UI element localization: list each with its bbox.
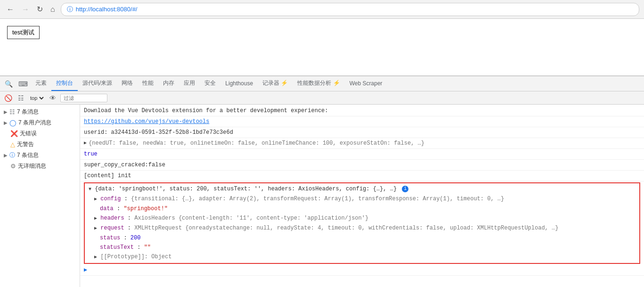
reload-button[interactable]: ↻ (35, 4, 45, 15)
true-text: true (84, 150, 640, 158)
prototype-text: [[Prototype]]: Object (100, 254, 171, 260)
browser-chrome: ← → ↻ ⌂ ⓘ http://localhost:8080/#/ (0, 0, 644, 19)
sidebar-info-label: 7 条信息 (17, 151, 39, 159)
download-text: Download the Vue Devtools extension for … (84, 107, 328, 114)
statustext-value: "" (144, 244, 151, 251)
console-line-object: ▶ {needUT: false, needWa: true, onlineti… (80, 138, 644, 149)
console-line-userid: userid: a324413d-0591-352f-52b8-1bd7e73c… (80, 127, 644, 138)
clear-console-icon[interactable]: 🚫 (3, 93, 14, 103)
test-button[interactable]: test测试 (7, 26, 40, 39)
sidebar-all-label: 7 条消息 (17, 108, 39, 116)
sidebar-warn-label: 无警告 (17, 140, 34, 148)
highlight-request-line: ▶ request : XMLHttpRequest {onreadystate… (87, 223, 637, 233)
inspect-icon[interactable]: 🔍 (2, 77, 16, 90)
headers-key: headers (100, 215, 124, 221)
status-key: status (100, 235, 120, 241)
tab-memory[interactable]: 内存 (158, 76, 179, 91)
highlight-status-line: status : 200 (87, 233, 637, 243)
device-icon[interactable]: ⌨ (16, 77, 31, 90)
highlight-prototype-line: ▶ [[Prototype]]: Object (87, 252, 637, 262)
sidebar-user-label: 7 条用户消息 (18, 119, 51, 127)
expand-arrow-icon: ▶ (4, 109, 8, 115)
tab-scraper[interactable]: Web Scraper (345, 77, 387, 90)
devtools-download-text: Download the Vue Devtools extension for … (84, 107, 640, 115)
tab-elements[interactable]: 元素 (31, 76, 51, 91)
highlight-statustext-line: statusText : "" (87, 243, 637, 252)
tab-perf-insights[interactable]: 性能数据分析 ⚡ (293, 76, 344, 91)
highlight-config-line: ▶ config : {transitional: {…}, adapter: … (87, 194, 637, 204)
filter-icon[interactable]: ☷ (16, 93, 25, 103)
home-button[interactable]: ⌂ (49, 4, 57, 15)
back-button[interactable]: ← (5, 4, 16, 15)
console-line-content-init: [content] init (80, 171, 644, 181)
request-key: request (100, 225, 124, 231)
data-value: "springboot!" (123, 205, 168, 212)
tab-application[interactable]: 应用 (179, 76, 200, 91)
tab-sources[interactable]: 源代码/来源 (78, 76, 117, 91)
config-expand-icon[interactable]: ▶ (94, 197, 97, 202)
tab-console[interactable]: 控制台 (51, 76, 78, 91)
console-line-devtools: Download the Vue Devtools extension for … (80, 106, 644, 116)
request-value: XMLHttpRequest {onreadystatechange: null… (134, 225, 558, 231)
sidebar-item-all[interactable]: ▶ ☷ 7 条消息 (0, 107, 80, 117)
sidebar-item-user[interactable]: ▶ ◯ 7 条用户消息 (0, 117, 80, 128)
sidebar-item-verbose[interactable]: ⚙ 无详细消息 (0, 161, 80, 172)
object-expand-arrow-icon[interactable]: ▶ (84, 139, 87, 148)
highlight-main-line: ▼ {data: 'springboot!', status: 200, sta… (87, 184, 637, 194)
devtools-main: ▶ ☷ 7 条消息 ▶ ◯ 7 条用户消息 ❌ 无错误 △ 无警告 ▶ ⓘ (0, 105, 644, 287)
statustext-key: statusText (100, 244, 134, 251)
status-value: 200 (130, 235, 141, 241)
tab-network[interactable]: 网络 (117, 76, 138, 91)
request-expand-icon[interactable]: ▶ (94, 226, 97, 231)
headers-value: AxiosHeaders {content-length: '11', cont… (134, 215, 368, 221)
devtools-toolbar: 🚫 ☷ top 👁 (0, 91, 644, 105)
console-line-arrow: ▶ (80, 265, 644, 276)
console-line-link: https://github.com/vuejs/vue-devtools (80, 116, 644, 127)
highlight-data-line: data : "springboot!" (87, 204, 637, 213)
devtools-panel: 🔍 ⌨ 元素 控制台 源代码/来源 网络 性能 内存 应用 安全 Lightho… (0, 75, 644, 287)
filter-input[interactable] (60, 94, 107, 102)
list-icon: ☷ (9, 108, 15, 115)
url-text: http://localhost:8080/#/ (76, 6, 138, 13)
userid-text: userid: a324413d-0591-352f-52b8-1bd7e73c… (84, 128, 640, 137)
devtools-link[interactable]: https://github.com/vuejs/vue-devtools (84, 118, 209, 125)
forward-button[interactable]: → (20, 4, 31, 15)
content-init-text: [content] init (84, 172, 640, 180)
expand-arrow-3-icon: ▶ (4, 153, 8, 158)
info-badge: i (402, 186, 408, 192)
status-colon: : (123, 235, 130, 241)
object-text: {needUT: false, needWa: true, onlinetime… (89, 139, 640, 148)
sidebar-verbose-label: 无详细消息 (18, 162, 46, 170)
blue-arrow-icon[interactable]: ▶ (84, 266, 87, 274)
highlight-expand-icon[interactable]: ▼ (89, 187, 91, 192)
context-select[interactable]: top (28, 95, 45, 101)
devtools-console-output: Download the Vue Devtools extension for … (80, 105, 644, 287)
tab-lighthouse[interactable]: Lighthouse (220, 77, 258, 90)
config-key: config (100, 196, 121, 202)
warning-icon: △ (10, 141, 15, 148)
tab-performance[interactable]: 性能 (138, 76, 158, 91)
prototype-expand-icon[interactable]: ▶ (94, 254, 97, 260)
address-bar[interactable]: ⓘ http://localhost:8080/#/ (61, 3, 639, 16)
sidebar-item-errors[interactable]: ❌ 无错误 (0, 128, 80, 139)
gear-icon: ⚙ (10, 163, 16, 170)
request-colon: : (128, 225, 134, 231)
headers-expand-icon[interactable]: ▶ (94, 216, 97, 221)
tab-recorder[interactable]: 记录器 ⚡ (258, 76, 293, 91)
tab-security[interactable]: 安全 (200, 76, 220, 91)
user-icon: ◯ (9, 119, 16, 126)
devtools-link-text: https://github.com/vuejs/vue-devtools (84, 117, 640, 126)
statustext-colon: : (137, 244, 144, 251)
expand-arrow-2-icon: ▶ (4, 120, 8, 125)
sidebar-error-label: 无错误 (20, 130, 37, 138)
data-colon: : (117, 205, 123, 212)
config-colon: : (124, 196, 131, 202)
eye-icon[interactable]: 👁 (48, 93, 57, 103)
console-line-super-copy: super_copy_cracked:false (80, 160, 644, 171)
devtools-sidebar: ▶ ☷ 7 条消息 ▶ ◯ 7 条用户消息 ❌ 无错误 △ 无警告 ▶ ⓘ (0, 105, 80, 287)
headers-colon: : (128, 215, 134, 221)
sidebar-item-warnings[interactable]: △ 无警告 (0, 139, 80, 150)
sidebar-item-info[interactable]: ▶ ⓘ 7 条信息 (0, 150, 80, 161)
devtools-tabs-bar: 🔍 ⌨ 元素 控制台 源代码/来源 网络 性能 内存 应用 安全 Lightho… (0, 76, 644, 91)
highlight-main-text: {data: 'springboot!', status: 200, statu… (95, 186, 400, 192)
